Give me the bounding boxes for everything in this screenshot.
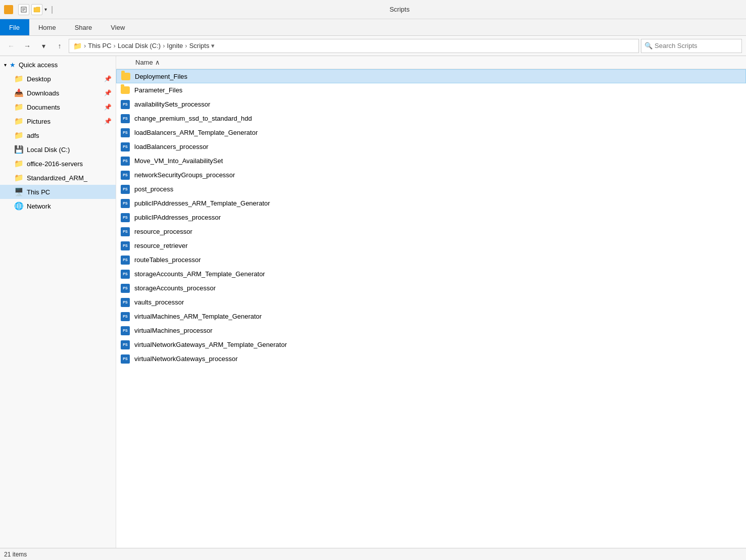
properties-qat-button[interactable] xyxy=(18,4,29,15)
file-name: Deployment_Files xyxy=(135,73,187,80)
table-row[interactable]: virtualNetworkGateways_processor xyxy=(116,352,746,366)
script-icon xyxy=(120,156,130,166)
script-icon xyxy=(120,312,130,322)
sidebar: ▾ ★ Quick access 📁 Desktop 📌 📥 Downloads… xyxy=(0,56,116,548)
sidebar-item-localdisk[interactable]: 💾 Local Disk (C:) xyxy=(0,142,116,157)
file-name: change_premium_ssd_to_standard_hdd xyxy=(134,115,252,122)
script-icon xyxy=(120,354,130,364)
breadcrumb-folder-icon: 📁 xyxy=(73,42,82,50)
address-box[interactable]: 📁 › This PC › Local Disk (C:) › Ignite ›… xyxy=(69,39,639,53)
table-row[interactable]: vaults_processor xyxy=(116,295,746,310)
tab-view[interactable]: View xyxy=(102,19,134,35)
file-name: availabilitySets_processor xyxy=(134,100,210,108)
svg-rect-1 xyxy=(9,6,12,9)
pin-icon-desktop: 📌 xyxy=(104,75,112,82)
script-icon xyxy=(120,198,130,209)
table-row[interactable]: virtualMachines_ARM_Template_Generator xyxy=(116,310,746,324)
pin-icon-documents: 📌 xyxy=(104,104,112,111)
sidebar-item-label-network: Network xyxy=(27,202,51,210)
qat-chevron[interactable]: ▾ xyxy=(44,4,47,15)
table-row[interactable]: networkSecurityGroups_processor xyxy=(116,168,746,182)
sidebar-item-downloads[interactable]: 📥 Downloads 📌 xyxy=(0,86,116,100)
svg-rect-2 xyxy=(5,10,8,13)
column-name-label: Name xyxy=(135,59,153,66)
breadcrumb-ignite[interactable]: Ignite xyxy=(167,42,183,49)
file-name: vaults_processor xyxy=(134,298,184,306)
file-rows-container: Deployment_FilesParameter_Filesavailabil… xyxy=(116,69,746,366)
breadcrumb-localdisk[interactable]: Local Disk (C:) xyxy=(118,42,161,49)
sort-asc-icon: ∧ xyxy=(155,59,160,66)
quick-access-chevron-icon: ▾ xyxy=(4,62,7,68)
table-row[interactable]: loadBalancers_processor xyxy=(116,140,746,154)
svg-rect-0 xyxy=(5,6,8,9)
sidebar-item-thispc[interactable]: 🖥️ This PC xyxy=(0,185,116,199)
file-name: loadBalancers_processor xyxy=(134,143,209,150)
table-row[interactable]: resource_retriever xyxy=(116,239,746,253)
file-list: Name ∧ Deployment_FilesParameter_Filesav… xyxy=(116,56,746,548)
back-button[interactable]: ← xyxy=(4,39,18,53)
pin-icon-downloads: 📌 xyxy=(104,89,112,96)
title-separator: | xyxy=(51,5,53,14)
table-row[interactable]: storageAccounts_ARM_Template_Generator xyxy=(116,267,746,281)
sidebar-item-pictures[interactable]: 📁 Pictures 📌 xyxy=(0,114,116,128)
table-row[interactable]: virtualNetworkGateways_ARM_Template_Gene… xyxy=(116,338,746,352)
table-row[interactable]: availabilitySets_processor xyxy=(116,97,746,112)
sidebar-item-documents[interactable]: 📁 Documents 📌 xyxy=(0,100,116,114)
breadcrumb-scripts[interactable]: Scripts xyxy=(189,42,210,49)
file-list-header: Name ∧ xyxy=(116,56,746,69)
address-bar-area: ← → ▾ ↑ 📁 › This PC › Local Disk (C:) › … xyxy=(0,36,746,56)
sidebar-item-desktop[interactable]: 📁 Desktop 📌 xyxy=(0,72,116,86)
folder-icon xyxy=(121,71,131,81)
search-icon: 🔍 xyxy=(644,42,653,49)
recent-locations-button[interactable]: ▾ xyxy=(36,39,51,53)
up-button[interactable]: ↑ xyxy=(53,39,67,53)
table-row[interactable]: Parameter_Files xyxy=(116,83,746,97)
table-row[interactable]: storageAccounts_processor xyxy=(116,281,746,295)
table-row[interactable]: publicIPAddresses_ARM_Template_Generator xyxy=(116,196,746,211)
sidebar-item-office[interactable]: 📁 office-2016-servers xyxy=(0,157,116,171)
file-name: routeTables_processor xyxy=(134,256,201,264)
file-name: Parameter_Files xyxy=(134,86,182,94)
table-row[interactable]: loadBalancers_ARM_Template_Generator xyxy=(116,126,746,140)
script-icon xyxy=(120,297,130,308)
table-row[interactable]: resource_processor xyxy=(116,225,746,239)
file-name: loadBalancers_ARM_Template_Generator xyxy=(134,129,258,136)
script-icon xyxy=(120,227,130,237)
file-name: virtualMachines_ARM_Template_Generator xyxy=(134,313,262,320)
table-row[interactable]: routeTables_processor xyxy=(116,253,746,267)
sidebar-item-label-downloads: Downloads xyxy=(27,89,59,97)
tab-file[interactable]: File xyxy=(0,19,29,35)
file-name: post_process xyxy=(134,185,173,193)
table-row[interactable]: change_premium_ssd_to_standard_hdd xyxy=(116,112,746,126)
folder-office-icon: 📁 xyxy=(14,159,24,168)
script-icon xyxy=(120,142,130,152)
tab-share[interactable]: Share xyxy=(66,19,102,35)
tab-home[interactable]: Home xyxy=(29,19,66,35)
folder-standardized-icon: 📁 xyxy=(14,173,24,182)
new-folder-qat-button[interactable] xyxy=(31,4,42,15)
sidebar-section-quick-access[interactable]: ▾ ★ Quick access xyxy=(0,58,116,72)
forward-button[interactable]: → xyxy=(20,39,34,53)
script-icon xyxy=(120,170,130,180)
drive-icon: 💾 xyxy=(14,145,24,154)
file-name: publicIPAddresses_processor xyxy=(134,214,221,221)
table-row[interactable]: Move_VM_Into_AvailabilitySet xyxy=(116,154,746,168)
search-box[interactable]: 🔍 xyxy=(641,39,742,53)
status-bar: 21 items xyxy=(0,548,746,560)
network-icon: 🌐 xyxy=(14,201,24,211)
breadcrumb-thispc[interactable]: This PC xyxy=(88,42,111,49)
file-name: virtualNetworkGateways_ARM_Template_Gene… xyxy=(134,341,287,348)
search-input[interactable] xyxy=(655,42,738,49)
sidebar-item-adfs[interactable]: 📁 adfs xyxy=(0,128,116,142)
breadcrumb-sep-1: › xyxy=(114,42,116,49)
sidebar-item-standardized[interactable]: 📁 Standardized_ARM_ xyxy=(0,171,116,185)
folder-adfs-icon: 📁 xyxy=(14,131,24,140)
sort-by-name-button[interactable]: Name ∧ xyxy=(133,59,162,66)
table-row[interactable]: virtualMachines_processor xyxy=(116,324,746,338)
table-row[interactable]: post_process xyxy=(116,182,746,196)
sidebar-item-network[interactable]: 🌐 Network xyxy=(0,199,116,213)
table-row[interactable]: Deployment_Files xyxy=(116,69,746,83)
table-row[interactable]: publicIPAddresses_processor xyxy=(116,211,746,225)
quick-access-toolbar: ▾ xyxy=(18,4,47,15)
file-name: Move_VM_Into_AvailabilitySet xyxy=(134,157,223,165)
